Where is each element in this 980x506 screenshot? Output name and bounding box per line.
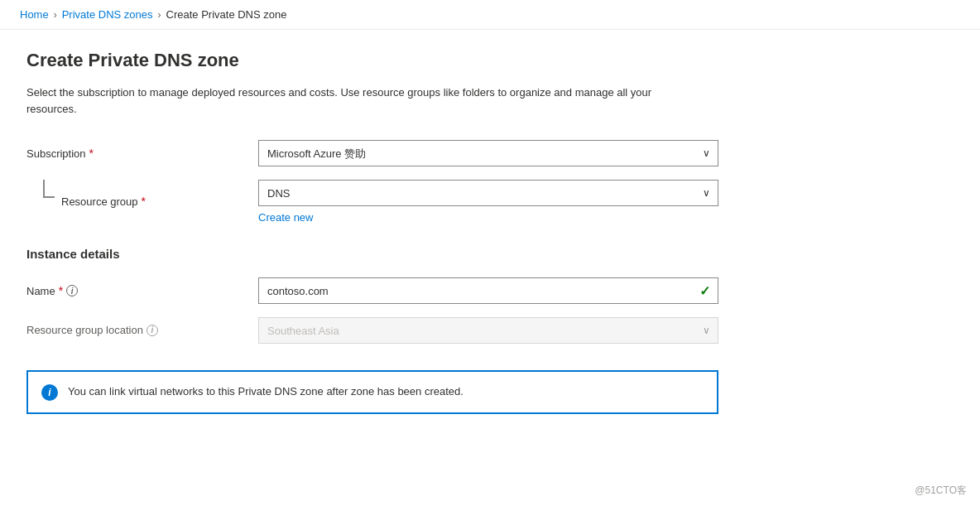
subscription-control: Microsoft Azure 赞助 ∨ [258,140,718,166]
name-check-icon: ✓ [699,283,710,299]
resource-group-label: Resource group [61,195,138,208]
location-row: Resource group location i Southeast Asia… [26,317,718,344]
breadcrumb-sep-2: › [158,9,161,21]
name-row: Name * i ✓ [26,277,718,304]
info-banner-text: You can link virtual networks to this Pr… [68,383,464,400]
name-input[interactable] [258,277,718,304]
subscription-row: Subscription * Microsoft Azure 赞助 ∨ [26,140,718,166]
subscription-select[interactable]: Microsoft Azure 赞助 [258,140,718,166]
location-control: Southeast Asia ∨ [258,317,718,344]
breadcrumb: Home › Private DNS zones › Create Privat… [0,0,980,30]
page-title: Create Private DNS zone [26,50,718,71]
location-info-icon[interactable]: i [147,325,158,336]
subscription-label: Subscription * [26,140,258,160]
subscription-select-wrapper: Microsoft Azure 赞助 ∨ [258,140,718,166]
location-label-wrapper: Resource group location i [26,317,258,336]
name-required: * [59,284,63,297]
resource-group-required: * [142,195,146,208]
breadcrumb-current: Create Private DNS zone [166,8,287,21]
resource-group-row: Resource group * DNS ∨ Create new [26,180,718,224]
breadcrumb-private-dns[interactable]: Private DNS zones [62,8,153,21]
page-description: Select the subscription to manage deploy… [26,84,672,117]
location-select-wrapper: Southeast Asia ∨ [258,317,718,344]
name-info-icon[interactable]: i [66,285,78,296]
breadcrumb-sep-1: › [54,9,57,21]
info-banner: i You can link virtual networks to this … [26,370,718,414]
main-content: Create Private DNS zone Select the subsc… [0,30,745,434]
name-label-wrapper: Name * i [26,277,258,297]
subscription-required: * [89,147,94,160]
resource-group-select-wrapper: DNS ∨ [258,180,718,206]
breadcrumb-home[interactable]: Home [20,8,49,21]
info-banner-icon: i [41,384,58,401]
resource-group-control: DNS ∨ Create new [258,180,718,224]
watermark: @51CTO客 [915,484,967,498]
instance-details-heading: Instance details [26,247,718,261]
location-label: Resource group location [26,324,143,336]
create-new-link[interactable]: Create new [258,211,313,224]
name-control: ✓ [258,277,718,304]
name-input-wrapper: ✓ [258,277,718,304]
resource-group-label-wrapper: Resource group * [26,180,258,208]
location-select: Southeast Asia [258,317,718,344]
resource-group-select[interactable]: DNS [258,180,718,206]
name-label: Name [26,285,55,297]
